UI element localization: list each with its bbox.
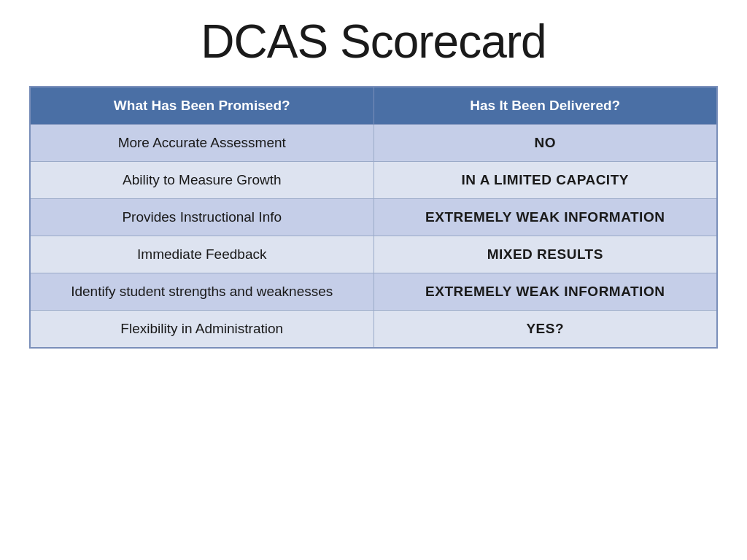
table-row: Provides Instructional InfoEXTREMELY WEA… [30, 199, 717, 236]
scorecard-table: What Has Been Promised? Has It Been Deli… [29, 86, 718, 349]
delivered-cell: EXTREMELY WEAK INFORMATION [374, 273, 717, 311]
delivered-cell: EXTREMELY WEAK INFORMATION [374, 199, 717, 236]
table-row: Identify student strengths and weaknesse… [30, 273, 717, 311]
table-row: Flexibility in AdministrationYES? [30, 311, 717, 349]
delivered-cell: IN A LIMITED CAPACITY [374, 162, 717, 199]
header-promise: What Has Been Promised? [30, 87, 374, 125]
promise-cell: More Accurate Assessment [30, 125, 374, 162]
table-row: More Accurate AssessmentNO [30, 125, 717, 162]
table-body: More Accurate AssessmentNOAbility to Mea… [30, 125, 717, 349]
promise-cell: Ability to Measure Growth [30, 162, 374, 199]
header-delivered: Has It Been Delivered? [374, 87, 717, 125]
promise-cell: Identify student strengths and weaknesse… [30, 273, 374, 311]
table-row: Ability to Measure GrowthIN A LIMITED CA… [30, 162, 717, 199]
delivered-cell: YES? [374, 311, 717, 349]
table-header-row: What Has Been Promised? Has It Been Deli… [30, 87, 717, 125]
page-title: DCAS Scorecard [201, 15, 546, 69]
promise-cell: Immediate Feedback [30, 236, 374, 273]
delivered-cell: MIXED RESULTS [374, 236, 717, 273]
table-row: Immediate FeedbackMIXED RESULTS [30, 236, 717, 273]
promise-cell: Provides Instructional Info [30, 199, 374, 236]
promise-cell: Flexibility in Administration [30, 311, 374, 349]
delivered-cell: NO [374, 125, 717, 162]
